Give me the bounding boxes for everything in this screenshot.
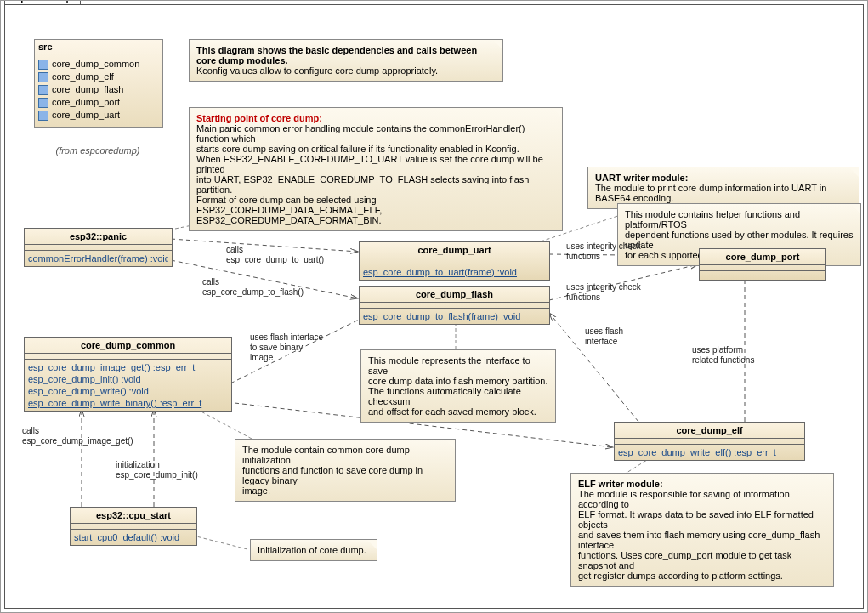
src-items: core_dump_common core_dump_elf core_dump… xyxy=(35,54,162,127)
note-flash: This module represents the interface to … xyxy=(360,349,556,423)
note-line: starts core dump saving on critical fail… xyxy=(196,144,519,154)
class-name: esp32::cpu_start xyxy=(71,508,196,524)
class-op: esp_core_dump_to_uart(frame) :void xyxy=(363,266,546,278)
note-line: Format of core dump can be selected usin… xyxy=(196,195,382,215)
class-op: start_cpu0_default() :void xyxy=(74,531,193,543)
class-op: esp_core_dump_to_flash(frame) :void xyxy=(363,310,546,322)
class-panic: esp32::panic commonErrorHandler(frame) :… xyxy=(24,228,173,267)
svg-line-14 xyxy=(196,409,252,439)
src-item-label: core_dump_elf xyxy=(52,71,114,83)
src-from-label: (from espcoredump) xyxy=(34,145,162,156)
note-line: functions. Uses core_dump_port module to… xyxy=(578,550,791,570)
class-op: esp_core_dump_write_elf() :esp_err_t xyxy=(618,446,801,458)
package-src: src core_dump_common core_dump_elf core_… xyxy=(34,39,163,128)
class-flash: core_dump_flash esp_core_dump_to_flash(f… xyxy=(359,286,550,325)
src-item: core_dump_uart xyxy=(38,109,159,122)
note-intro: This diagram shows the basic dependencie… xyxy=(189,39,503,82)
package-espcoredump: espcoredump xyxy=(4,4,864,609)
note-init: Initialization of core dump. xyxy=(250,539,377,561)
label-integrity-2: uses integrity check functions xyxy=(566,282,641,303)
note-title: UART writer module: xyxy=(595,173,688,183)
note-line: get register dumps according to platform… xyxy=(578,570,783,581)
class-port: core_dump_port xyxy=(699,248,826,281)
src-item-label: core_dump_port xyxy=(52,96,120,109)
note-elf: ELF writer module: The module is respons… xyxy=(570,473,834,587)
note-line: Main panic common error handling module … xyxy=(196,123,525,144)
class-name: core_dump_elf xyxy=(615,423,804,439)
svg-line-15 xyxy=(196,536,247,549)
note-line: This module represents the interface to … xyxy=(368,355,530,376)
note-line: and saves them into flash memory using c… xyxy=(578,530,820,550)
class-op: esp_core_dump_write_binary() :esp_err_t xyxy=(28,397,228,409)
label-calls-uart: calls esp_core_dump_to_uart() xyxy=(226,245,324,265)
note-line: Kconfig values allow to configure core d… xyxy=(196,65,438,76)
note-line: The module to print core dump informatio… xyxy=(595,183,826,203)
note-start: Starting point of core dump: Main panic … xyxy=(189,107,563,231)
note-line: into UART, ESP32_ENABLE_COREDUMP_TO_FLAS… xyxy=(196,174,529,195)
stereotype-icon xyxy=(38,85,48,95)
class-name: core_dump_common xyxy=(25,338,231,354)
src-item: core_dump_elf xyxy=(38,71,159,83)
src-item: core_dump_port xyxy=(38,96,159,109)
src-item-label: core_dump_uart xyxy=(52,109,120,122)
label-init: initialization esp_core_dump_init() xyxy=(116,460,198,480)
note-line: ESP32_COREDUMP_DATA_FORMAT_BIN. xyxy=(196,215,382,225)
note-line: The module is responsible for saving of … xyxy=(578,489,790,509)
class-uart: core_dump_uart esp_core_dump_to_uart(fra… xyxy=(359,241,550,281)
note-line: and offset for each saved memory block. xyxy=(368,406,536,417)
stereotype-icon xyxy=(38,98,48,108)
note-common: The module contain common core dump init… xyxy=(235,439,456,502)
note-line: This diagram shows the basic dependencie… xyxy=(196,45,477,65)
note-line: functions and function to save core dump… xyxy=(242,465,423,485)
note-line: This module contains helper functions an… xyxy=(625,209,800,230)
note-line: core dump data into flash memory partiti… xyxy=(368,376,548,386)
src-item-label: core_dump_flash xyxy=(52,83,123,96)
note-line: The module contain common core dump init… xyxy=(242,445,410,465)
note-line: dependent functions used by other module… xyxy=(625,230,853,250)
src-title: src xyxy=(35,40,162,54)
stereotype-icon xyxy=(38,72,48,82)
package-title: espcoredump xyxy=(4,0,81,4)
class-name: core_dump_flash xyxy=(360,287,549,303)
note-line: image. xyxy=(242,485,270,496)
label-calls-img: calls esp_core_dump_image_get() xyxy=(22,426,133,446)
class-op: esp_core_dump_image_get() :esp_err_t xyxy=(28,361,228,373)
class-elf: core_dump_elf esp_core_dump_write_elf() … xyxy=(614,422,805,461)
class-common: core_dump_common esp_core_dump_image_get… xyxy=(24,337,232,412)
src-item: core_dump_flash xyxy=(38,83,159,96)
note-line: When ESP32_ENABLE_COREDUMP_TO_UART value… xyxy=(196,154,543,174)
note-title: ELF writer module: xyxy=(578,479,663,489)
diagram-canvas: espcoredump xyxy=(0,0,868,613)
class-op: esp_core_dump_init() :void xyxy=(28,373,228,385)
class-name: core_dump_port xyxy=(700,249,825,265)
label-calls-flash: calls esp_core_dump_to_flash() xyxy=(202,277,304,298)
class-op: esp_core_dump_write() :void xyxy=(28,385,228,397)
class-op: commonErrorHandler(frame) :void xyxy=(28,253,168,264)
note-title: Starting point of core dump: xyxy=(196,113,322,123)
src-item-label: core_dump_common xyxy=(52,58,139,71)
note-line: The functions automatically calculate ch… xyxy=(368,386,521,406)
stereotype-icon xyxy=(38,60,48,70)
label-uses-flash-bin: uses flash interface to save binary imag… xyxy=(250,332,323,363)
label-integrity-1: uses integrity check functions xyxy=(566,241,641,262)
note-line: ELF format. It wraps data to be saved in… xyxy=(578,509,814,530)
label-uses-platform: uses platform related functions xyxy=(692,345,754,366)
class-name: core_dump_uart xyxy=(360,242,549,258)
label-uses-flash-if: uses flash interface xyxy=(585,326,623,347)
class-cpu-start: esp32::cpu_start start_cpu0_default() :v… xyxy=(70,507,197,546)
src-item: core_dump_common xyxy=(38,58,159,71)
class-name: esp32::panic xyxy=(25,229,172,245)
note-line: Initialization of core dump. xyxy=(258,545,366,555)
stereotype-icon xyxy=(38,111,48,121)
